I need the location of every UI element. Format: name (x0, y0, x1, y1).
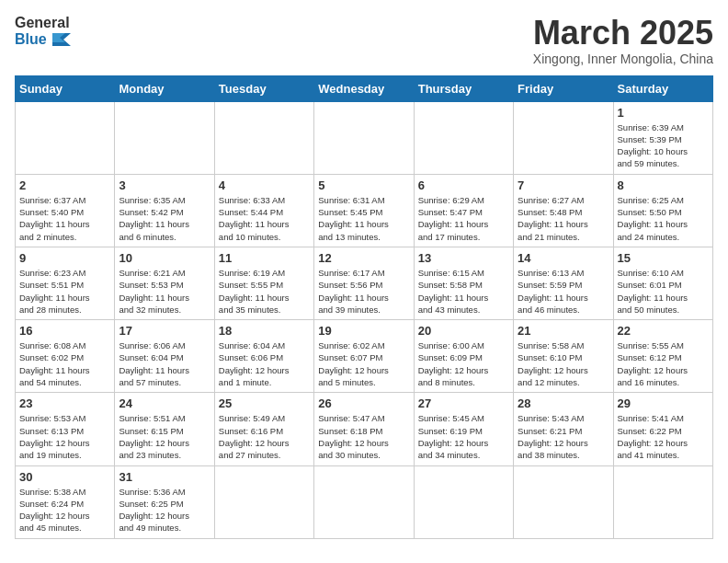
day-number: 20 (418, 324, 509, 338)
day-info: Sunrise: 5:55 AM Sunset: 6:12 PM Dayligh… (618, 339, 709, 388)
day-cell: 11Sunrise: 6:19 AM Sunset: 5:55 PM Dayli… (214, 247, 313, 319)
day-number: 26 (318, 396, 409, 410)
day-info: Sunrise: 6:37 AM Sunset: 5:40 PM Dayligh… (19, 194, 110, 243)
day-number: 31 (119, 470, 210, 484)
day-number: 21 (518, 324, 609, 338)
day-cell: 5Sunrise: 6:31 AM Sunset: 5:45 PM Daylig… (314, 174, 414, 247)
day-info: Sunrise: 6:13 AM Sunset: 5:59 PM Dayligh… (518, 267, 609, 316)
day-cell: 18Sunrise: 6:04 AM Sunset: 6:06 PM Dayli… (214, 320, 313, 393)
location-subtitle: Xingong, Inner Mongolia, China (533, 52, 713, 66)
day-info: Sunrise: 5:38 AM Sunset: 6:24 PM Dayligh… (19, 486, 110, 534)
day-info: Sunrise: 5:47 AM Sunset: 6:18 PM Dayligh… (318, 412, 409, 461)
day-cell: 2Sunrise: 6:37 AM Sunset: 5:40 PM Daylig… (16, 174, 115, 247)
day-info: Sunrise: 5:58 AM Sunset: 6:10 PM Dayligh… (518, 339, 609, 388)
day-cell: 22Sunrise: 5:55 AM Sunset: 6:12 PM Dayli… (613, 320, 712, 393)
day-info: Sunrise: 5:41 AM Sunset: 6:22 PM Dayligh… (618, 412, 709, 461)
day-number: 25 (219, 396, 310, 410)
day-cell: 21Sunrise: 5:58 AM Sunset: 6:10 PM Dayli… (514, 320, 613, 393)
day-number: 28 (518, 396, 609, 410)
day-cell: 23Sunrise: 5:53 AM Sunset: 6:13 PM Dayli… (16, 393, 115, 465)
day-info: Sunrise: 6:06 AM Sunset: 6:04 PM Dayligh… (119, 339, 210, 388)
day-info: Sunrise: 5:43 AM Sunset: 6:21 PM Dayligh… (518, 412, 609, 461)
day-info: Sunrise: 6:23 AM Sunset: 5:51 PM Dayligh… (19, 267, 110, 316)
logo-flag-icon (52, 33, 71, 46)
day-cell: 19Sunrise: 6:02 AM Sunset: 6:07 PM Dayli… (314, 320, 414, 393)
day-info: Sunrise: 6:08 AM Sunset: 6:02 PM Dayligh… (19, 339, 110, 388)
day-number: 22 (618, 324, 709, 338)
day-cell (214, 465, 313, 538)
week-row-6: 30Sunrise: 5:38 AM Sunset: 6:24 PM Dayli… (16, 465, 713, 538)
day-number: 7 (518, 178, 609, 192)
logo-blue-text: Blue (15, 31, 71, 48)
day-info: Sunrise: 6:19 AM Sunset: 5:55 PM Dayligh… (219, 267, 310, 316)
week-row-5: 23Sunrise: 5:53 AM Sunset: 6:13 PM Dayli… (16, 393, 713, 465)
day-number: 12 (318, 251, 409, 265)
day-cell: 1Sunrise: 6:39 AM Sunset: 5:39 PM Daylig… (613, 101, 712, 174)
day-info: Sunrise: 6:33 AM Sunset: 5:44 PM Dayligh… (219, 194, 310, 243)
day-cell: 20Sunrise: 6:00 AM Sunset: 6:09 PM Dayli… (414, 320, 513, 393)
day-number: 8 (618, 178, 709, 192)
day-cell: 16Sunrise: 6:08 AM Sunset: 6:02 PM Dayli… (16, 320, 115, 393)
day-info: Sunrise: 6:31 AM Sunset: 5:45 PM Dayligh… (318, 194, 409, 243)
day-number: 19 (318, 324, 409, 338)
day-cell: 13Sunrise: 6:15 AM Sunset: 5:58 PM Dayli… (414, 247, 513, 319)
day-info: Sunrise: 6:15 AM Sunset: 5:58 PM Dayligh… (418, 267, 509, 316)
day-cell (414, 465, 513, 538)
day-number: 11 (219, 251, 310, 265)
day-info: Sunrise: 5:36 AM Sunset: 6:25 PM Dayligh… (119, 486, 210, 534)
day-cell: 24Sunrise: 5:51 AM Sunset: 6:15 PM Dayli… (115, 393, 214, 465)
column-header-monday: Monday (115, 75, 214, 101)
day-cell: 10Sunrise: 6:21 AM Sunset: 5:53 PM Dayli… (115, 247, 214, 319)
day-number: 1 (618, 106, 709, 120)
day-info: Sunrise: 5:49 AM Sunset: 6:16 PM Dayligh… (219, 412, 310, 461)
column-header-sunday: Sunday (16, 75, 115, 101)
day-cell: 6Sunrise: 6:29 AM Sunset: 5:47 PM Daylig… (414, 174, 513, 247)
day-cell: 30Sunrise: 5:38 AM Sunset: 6:24 PM Dayli… (16, 465, 115, 538)
day-info: Sunrise: 5:53 AM Sunset: 6:13 PM Dayligh… (19, 412, 110, 461)
day-cell: 17Sunrise: 6:06 AM Sunset: 6:04 PM Dayli… (115, 320, 214, 393)
column-header-thursday: Thursday (414, 75, 513, 101)
day-number: 6 (418, 178, 509, 192)
day-number: 3 (119, 178, 210, 192)
day-number: 10 (119, 251, 210, 265)
day-info: Sunrise: 5:51 AM Sunset: 6:15 PM Dayligh… (119, 412, 210, 461)
day-cell (613, 465, 712, 538)
logo: General Blue (15, 15, 71, 47)
page-header: General Blue March 2025 Xingong, Inner M… (15, 15, 713, 66)
day-cell: 26Sunrise: 5:47 AM Sunset: 6:18 PM Dayli… (314, 393, 414, 465)
day-cell (514, 101, 613, 174)
day-info: Sunrise: 6:25 AM Sunset: 5:50 PM Dayligh… (618, 194, 709, 243)
month-title: March 2025 (533, 15, 713, 52)
day-cell: 15Sunrise: 6:10 AM Sunset: 6:01 PM Dayli… (613, 247, 712, 319)
day-number: 4 (219, 178, 310, 192)
week-row-4: 16Sunrise: 6:08 AM Sunset: 6:02 PM Dayli… (16, 320, 713, 393)
day-cell: 14Sunrise: 6:13 AM Sunset: 5:59 PM Dayli… (514, 247, 613, 319)
day-info: Sunrise: 6:10 AM Sunset: 6:01 PM Dayligh… (618, 267, 709, 316)
day-cell (414, 101, 513, 174)
calendar-header-row: SundayMondayTuesdayWednesdayThursdayFrid… (16, 75, 713, 101)
calendar-table: SundayMondayTuesdayWednesdayThursdayFrid… (15, 75, 713, 539)
day-cell: 3Sunrise: 6:35 AM Sunset: 5:42 PM Daylig… (115, 174, 214, 247)
logo-container: General Blue (15, 15, 71, 47)
day-number: 27 (418, 396, 509, 410)
day-info: Sunrise: 6:35 AM Sunset: 5:42 PM Dayligh… (119, 194, 210, 243)
day-cell (16, 101, 115, 174)
day-cell: 9Sunrise: 6:23 AM Sunset: 5:51 PM Daylig… (16, 247, 115, 319)
day-number: 23 (19, 396, 110, 410)
day-info: Sunrise: 6:39 AM Sunset: 5:39 PM Dayligh… (618, 121, 709, 170)
day-number: 5 (318, 178, 409, 192)
day-info: Sunrise: 6:29 AM Sunset: 5:47 PM Dayligh… (418, 194, 509, 243)
column-header-tuesday: Tuesday (214, 75, 313, 101)
day-info: Sunrise: 6:21 AM Sunset: 5:53 PM Dayligh… (119, 267, 210, 316)
day-info: Sunrise: 6:17 AM Sunset: 5:56 PM Dayligh… (318, 267, 409, 316)
day-number: 18 (219, 324, 310, 338)
day-cell: 4Sunrise: 6:33 AM Sunset: 5:44 PM Daylig… (214, 174, 313, 247)
week-row-3: 9Sunrise: 6:23 AM Sunset: 5:51 PM Daylig… (16, 247, 713, 319)
day-info: Sunrise: 6:02 AM Sunset: 6:07 PM Dayligh… (318, 339, 409, 388)
day-number: 16 (19, 324, 110, 338)
column-header-wednesday: Wednesday (314, 75, 414, 101)
day-cell (514, 465, 613, 538)
day-number: 29 (618, 396, 709, 410)
day-cell (115, 101, 214, 174)
day-cell: 7Sunrise: 6:27 AM Sunset: 5:48 PM Daylig… (514, 174, 613, 247)
